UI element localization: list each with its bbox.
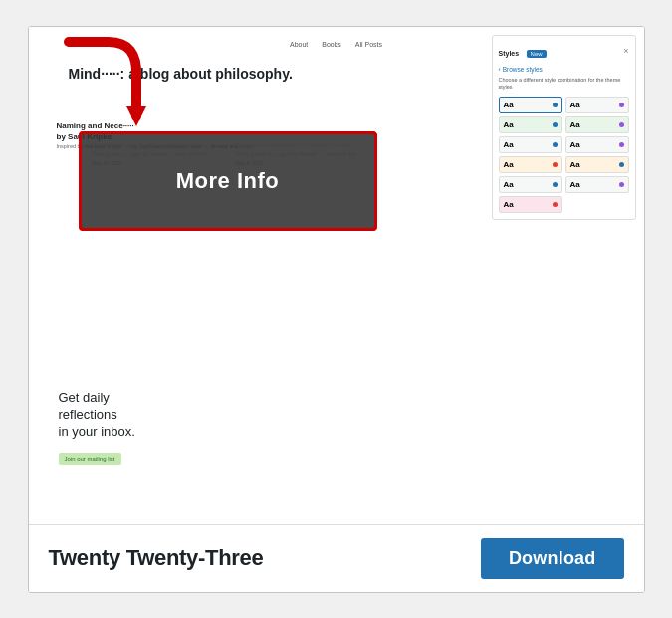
styles-title: Styles — [499, 50, 520, 57]
style-swatch-1[interactable]: Aa — [565, 97, 629, 113]
nav-books: Books — [322, 41, 340, 48]
browse-styles-label: Browse styles — [503, 66, 543, 73]
style-swatch-7[interactable]: Aa — [565, 156, 629, 173]
styles-title-group: Styles New — [499, 42, 547, 60]
style-swatch-3[interactable]: Aa — [565, 116, 629, 133]
styles-grid: Aa Aa Aa Aa Aa Aa Aa — [499, 97, 629, 213]
styles-panel-header: Styles New × — [499, 42, 629, 60]
reflections-section: Get daily reflections in your inbox. Joi… — [59, 390, 135, 465]
style-swatch-10[interactable]: Aa — [499, 196, 562, 213]
style-swatch-0[interactable]: Aa — [499, 97, 562, 113]
download-button[interactable]: Download — [481, 538, 624, 579]
theme-preview: About Books All Posts Mind·····: a blog … — [29, 27, 644, 524]
styles-new-badge: New — [527, 50, 547, 58]
styles-browse-back[interactable]: ‹ Browse styles — [499, 66, 629, 73]
nav-allposts: All Posts — [355, 41, 382, 48]
mailing-list-button[interactable]: Join our mailing list — [59, 453, 121, 465]
nav-about: About — [290, 41, 308, 48]
style-swatch-9[interactable]: Aa — [565, 176, 629, 193]
styles-close-button[interactable]: × — [623, 46, 628, 56]
theme-name: Twenty Twenty-Three — [49, 545, 264, 571]
more-info-overlay[interactable]: More Info — [79, 131, 377, 231]
card-footer: Twenty Twenty-Three Download — [29, 524, 644, 592]
styles-description: Choose a different style combination for… — [499, 77, 629, 91]
chevron-left-icon: ‹ — [499, 66, 501, 73]
theme-card: About Books All Posts Mind·····: a blog … — [28, 26, 645, 593]
style-swatch-6[interactable]: Aa — [499, 156, 562, 173]
article-title: Naming and Nece····· — [57, 121, 253, 130]
reflections-text: Get daily reflections in your inbox. — [59, 390, 135, 441]
style-swatch-4[interactable]: Aa — [499, 136, 562, 153]
style-swatch-5[interactable]: Aa — [565, 136, 629, 153]
styles-panel: Styles New × ‹ Browse styles Choose a di… — [492, 35, 636, 220]
more-info-label: More Info — [176, 168, 280, 194]
style-swatch-2[interactable]: Aa — [499, 116, 562, 133]
style-swatch-8[interactable]: Aa — [499, 176, 562, 193]
